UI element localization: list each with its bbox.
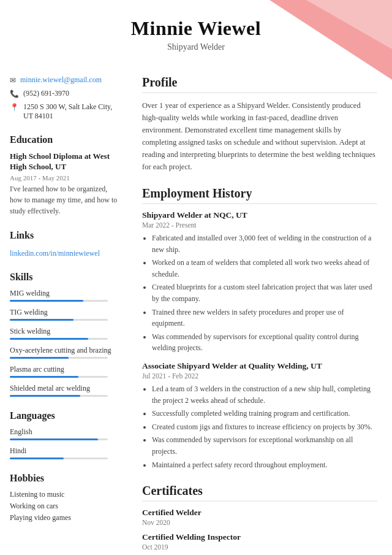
- bullet: Maintained a perfect safety record throu…: [152, 459, 377, 471]
- hobby-1: Listening to music: [10, 490, 118, 499]
- main-content: Profile Over 1 year of experience as a S…: [129, 63, 392, 555]
- phone-item: 📞 (952) 691-3970: [10, 89, 118, 99]
- job-bullets-2: Led a team of 3 welders in the construct…: [142, 383, 377, 470]
- education-section: Education High School Diploma at West Hi…: [10, 134, 118, 216]
- skills-title: Skills: [10, 272, 118, 283]
- cert-2-name: Certified Welding Inspector: [142, 532, 377, 542]
- skill-tig: TIG welding: [10, 308, 118, 321]
- candidate-title: Shipyard Welder: [12, 42, 380, 52]
- job-bullets-1: Fabricated and installed over 3,000 feet…: [142, 232, 377, 354]
- cert-1-name: Certified Welder: [142, 508, 377, 518]
- hobby-2: Working on cars: [10, 502, 118, 511]
- skill-mig: MIG welding: [10, 289, 118, 302]
- job-title-1: Shipyard Welder at NQC, UT: [142, 210, 377, 220]
- bullet: Fabricated and installed over 3,000 feet…: [152, 232, 377, 255]
- bullet: Successfully completed welding training …: [152, 408, 377, 419]
- skills-section: Skills MIG welding TIG welding Stick wel…: [10, 272, 118, 397]
- links-section: Links linkedin.com/in/minniewiewel: [10, 230, 118, 258]
- header: Minnie Wiewel Shipyard Welder: [0, 0, 392, 63]
- candidate-name: Minnie Wiewel: [12, 17, 380, 40]
- job-dates-2: Jul 2021 - Feb 2022: [142, 372, 377, 380]
- certificates-title: Certificates: [142, 484, 377, 502]
- hobbies-section: Hobbies Listening to music Working on ca…: [10, 473, 118, 522]
- languages-title: Languages: [10, 410, 118, 421]
- skill-shielded: Shielded metal arc welding: [10, 384, 118, 397]
- email-link[interactable]: minnie.wiewel@gmail.com: [20, 75, 102, 85]
- skill-oxy: Oxy-acetylene cutting and brazing: [10, 346, 118, 359]
- email-item: ✉ minnie.wiewel@gmail.com: [10, 75, 118, 85]
- certificates-section: Certificates Certified Welder Nov 2020 C…: [142, 484, 377, 551]
- bullet: Was commended by supervisors for excepti…: [152, 434, 377, 457]
- job-dates-1: Mar 2022 - Present: [142, 221, 377, 229]
- phone-text: (952) 691-3970: [23, 89, 69, 98]
- education-title: Education: [10, 134, 118, 145]
- employment-title: Employment History: [142, 186, 377, 204]
- bullet: Trained three new welders in safety proc…: [152, 307, 377, 329]
- edu-institution: High School Diploma at West High School,…: [10, 151, 118, 172]
- lang-english: English: [10, 427, 118, 440]
- employment-section: Employment History Shipyard Welder at NQ…: [142, 186, 377, 470]
- email-icon: ✉: [10, 76, 16, 85]
- skill-stick: Stick welding: [10, 327, 118, 340]
- bullet: Worked on a team of welders that complet…: [152, 257, 377, 280]
- profile-text: Over 1 year of experience as a Shipyard …: [142, 99, 377, 173]
- sidebar: ✉ minnie.wiewel@gmail.com 📞 (952) 691-39…: [0, 63, 129, 555]
- phone-icon: 📞: [10, 90, 19, 99]
- skill-plasma: Plasma arc cutting: [10, 365, 118, 378]
- bullet: Created blueprints for a custom steel fa…: [152, 281, 377, 304]
- bullet: Was commended by supervisors for excepti…: [152, 331, 377, 354]
- links-title: Links: [10, 230, 118, 241]
- contact-section: ✉ minnie.wiewel@gmail.com 📞 (952) 691-39…: [10, 75, 118, 121]
- link-item: linkedin.com/in/minniewiewel: [10, 247, 118, 258]
- languages-section: Languages English Hindi: [10, 410, 118, 459]
- profile-section: Profile Over 1 year of experience as a S…: [142, 75, 377, 173]
- cert-1-date: Nov 2020: [142, 519, 377, 526]
- edu-dates: Aug 2017 - May 2021: [10, 174, 118, 182]
- hobbies-title: Hobbies: [10, 473, 118, 484]
- linkedin-link[interactable]: linkedin.com/in/minniewiewel: [10, 249, 100, 258]
- cert-2-date: Oct 2019: [142, 543, 377, 551]
- address-text: 1250 S 300 W, Salt Lake City, UT 84101: [23, 102, 118, 121]
- hobby-3: Playing video games: [10, 513, 118, 522]
- edu-description: I've learned how to be organized, how to…: [10, 183, 118, 216]
- location-icon: 📍: [10, 103, 19, 112]
- address-item: 📍 1250 S 300 W, Salt Lake City, UT 84101: [10, 102, 118, 121]
- main-layout: ✉ minnie.wiewel@gmail.com 📞 (952) 691-39…: [0, 63, 392, 555]
- bullet: Created custom jigs and fixtures to incr…: [152, 421, 377, 433]
- lang-hindi: Hindi: [10, 446, 118, 459]
- bullet: Led a team of 3 welders in the construct…: [152, 383, 377, 406]
- job-title-2: Associate Shipyard Welder at Quality Wel…: [142, 361, 377, 371]
